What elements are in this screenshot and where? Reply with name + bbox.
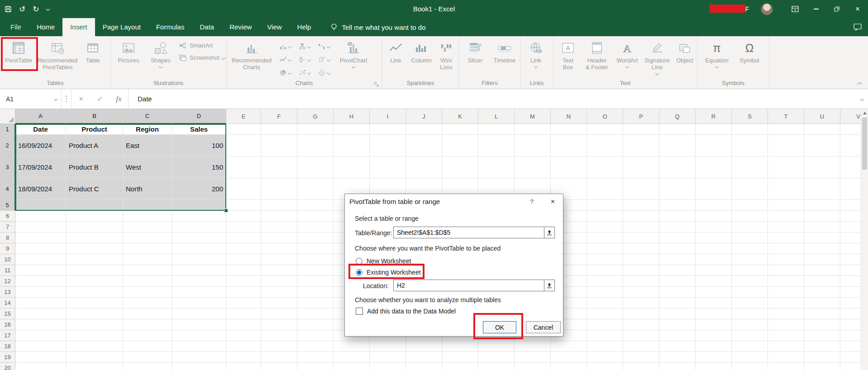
cell-a14[interactable] (15, 298, 66, 308)
row-header-2[interactable]: 2 (0, 135, 15, 157)
header-footer-button[interactable]: Header & Footer (581, 38, 613, 71)
cell-b2[interactable]: Product A (66, 135, 123, 157)
row-header-5[interactable]: 5 (0, 200, 15, 211)
column-header-k[interactable]: K (442, 109, 478, 124)
cell-v10[interactable] (840, 254, 861, 265)
cell-m2[interactable] (515, 135, 551, 157)
cell-s13[interactable] (732, 287, 768, 298)
user-name[interactable]: Fomba F (724, 5, 749, 13)
close-button[interactable]: × (847, 0, 868, 18)
row-header-18[interactable]: 18 (0, 341, 15, 352)
cell-a11[interactable] (15, 265, 66, 276)
cell-k2[interactable] (442, 135, 478, 157)
cell-c19[interactable] (123, 352, 172, 363)
cell-c18[interactable] (123, 341, 172, 352)
cell-c4[interactable]: North (123, 178, 172, 200)
cell-a12[interactable] (15, 276, 66, 287)
range-select-button[interactable] (544, 227, 554, 238)
cell-p6[interactable] (623, 211, 659, 222)
cell-v15[interactable] (840, 308, 861, 319)
cell-p10[interactable] (623, 254, 659, 265)
collapse-ribbon-button[interactable] (855, 80, 863, 87)
column-header-c[interactable]: C (123, 109, 172, 124)
cell-r8[interactable] (696, 232, 732, 243)
data-model-checkbox[interactable] (356, 308, 363, 315)
cell-r6[interactable] (696, 211, 732, 222)
cell-b7[interactable] (66, 222, 123, 232)
cell-s18[interactable] (732, 341, 768, 352)
cell-p19[interactable] (623, 352, 659, 363)
cell-b18[interactable] (66, 341, 123, 352)
column-header-n[interactable]: N (551, 109, 587, 124)
cell-g20[interactable] (297, 363, 334, 370)
row-header-1[interactable]: 1 (0, 124, 15, 135)
cell-e16[interactable] (226, 319, 261, 330)
cell-e17[interactable] (226, 330, 261, 341)
cell-m3[interactable] (515, 157, 551, 178)
cell-e10[interactable] (226, 254, 261, 265)
table-button[interactable]: Table (79, 38, 106, 64)
cell-e5[interactable] (226, 200, 261, 211)
cell-c17[interactable] (123, 330, 172, 341)
cell-l20[interactable] (478, 363, 515, 370)
pictures-button[interactable]: Pictures (112, 38, 145, 64)
cell-v7[interactable] (840, 222, 861, 232)
cell-c15[interactable] (123, 308, 172, 319)
cell-i1[interactable] (370, 124, 406, 135)
cell-e9[interactable] (226, 243, 261, 254)
cell-d17[interactable] (172, 330, 226, 341)
cell-i18[interactable] (370, 341, 406, 352)
cell-r14[interactable] (696, 298, 732, 308)
cell-b17[interactable] (66, 330, 123, 341)
cell-u10[interactable] (804, 254, 840, 265)
cell-e2[interactable] (226, 135, 261, 157)
object-button[interactable]: Object (672, 38, 697, 64)
cell-c1[interactable]: Region (123, 124, 172, 135)
cell-o9[interactable] (587, 243, 623, 254)
cell-k20[interactable] (442, 363, 478, 370)
cell-d13[interactable] (172, 287, 226, 298)
cell-c16[interactable] (123, 319, 172, 330)
cell-c11[interactable] (123, 265, 172, 276)
cell-q17[interactable] (659, 330, 696, 341)
cell-s20[interactable] (732, 363, 768, 370)
cell-u1[interactable] (804, 124, 840, 135)
cell-v14[interactable] (840, 298, 861, 308)
column-header-m[interactable]: M (515, 109, 551, 124)
cell-b9[interactable] (66, 243, 123, 254)
cell-b3[interactable]: Product B (66, 157, 123, 178)
tab-help[interactable]: Help (290, 18, 319, 36)
select-all-corner[interactable] (0, 109, 15, 124)
cell-o20[interactable] (587, 363, 623, 370)
cell-q2[interactable] (659, 135, 696, 157)
cell-p14[interactable] (623, 298, 659, 308)
cell-d16[interactable] (172, 319, 226, 330)
cell-r1[interactable] (696, 124, 732, 135)
cell-h19[interactable] (334, 352, 370, 363)
cell-u20[interactable] (804, 363, 840, 370)
cell-p18[interactable] (623, 341, 659, 352)
cell-q4[interactable] (659, 178, 696, 200)
cell-c2[interactable]: East (123, 135, 172, 157)
cell-o11[interactable] (587, 265, 623, 276)
tab-view[interactable]: View (259, 18, 289, 36)
cell-t18[interactable] (768, 341, 804, 352)
scroll-up-button[interactable] (861, 109, 868, 117)
cell-a19[interactable] (15, 352, 66, 363)
pivotchart-button[interactable]: PivotChart (334, 38, 373, 68)
cell-u2[interactable] (804, 135, 840, 157)
fill-handle[interactable] (224, 209, 228, 213)
cell-t11[interactable] (768, 265, 804, 276)
cell-p15[interactable] (623, 308, 659, 319)
cell-r19[interactable] (696, 352, 732, 363)
cell-q15[interactable] (659, 308, 696, 319)
cell-d15[interactable] (172, 308, 226, 319)
cell-t16[interactable] (768, 319, 804, 330)
cell-r17[interactable] (696, 330, 732, 341)
cell-o5[interactable] (587, 200, 623, 211)
dialog-help-button[interactable]: ? (523, 194, 540, 209)
cell-t9[interactable] (768, 243, 804, 254)
cell-g3[interactable] (297, 157, 334, 178)
cell-p5[interactable] (623, 200, 659, 211)
dialog-close-button[interactable]: × (543, 194, 563, 209)
